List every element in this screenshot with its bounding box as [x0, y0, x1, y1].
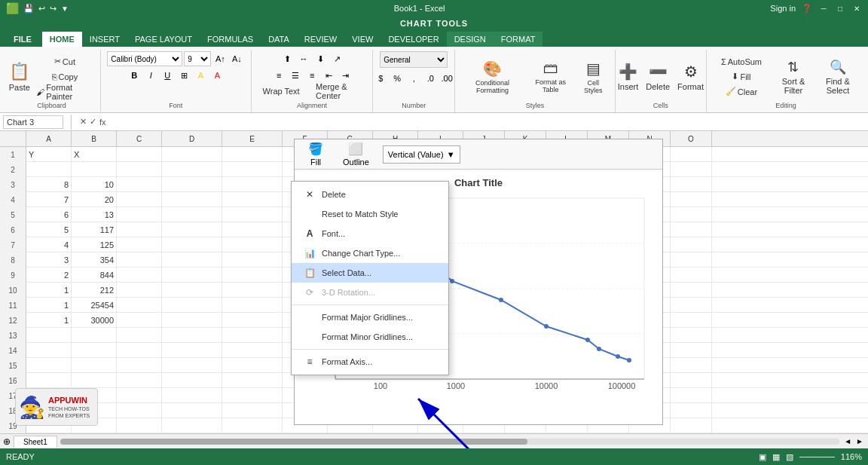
cell[interactable] — [72, 358, 117, 373]
context-format-axis[interactable]: ≡ Format Axis... — [292, 352, 448, 372]
cell[interactable] — [222, 403, 283, 418]
cell[interactable] — [671, 268, 712, 283]
zoom-slider[interactable]: ────── — [799, 452, 835, 461]
customize-icon[interactable]: ▼ — [61, 5, 69, 13]
context-font[interactable]: A Font... — [292, 224, 448, 243]
cell[interactable]: 1 — [26, 283, 72, 298]
cell[interactable] — [162, 252, 222, 268]
sheet-add-btn[interactable]: ⊕ — [0, 435, 14, 448]
cell[interactable] — [26, 328, 72, 343]
context-reset[interactable]: Reset to Match Style — [292, 204, 448, 224]
cell[interactable] — [671, 418, 712, 433]
row-header[interactable]: 16 — [0, 373, 26, 388]
conditional-formatting-btn[interactable]: 🎨 Conditional Formatting — [460, 54, 525, 99]
restore-btn[interactable]: □ — [835, 3, 845, 14]
cell[interactable] — [671, 343, 712, 358]
cell-styles-btn[interactable]: ▤ Cell Styles — [576, 54, 610, 99]
row-header[interactable]: 1 — [0, 147, 26, 162]
tab-review[interactable]: REVIEW — [297, 32, 344, 47]
tab-view[interactable]: VIEW — [344, 32, 381, 47]
row-header[interactable]: 3 — [0, 177, 26, 192]
format-painter-button[interactable]: 🖌 Format Painter — [33, 85, 96, 99]
cell[interactable]: 8 — [26, 177, 72, 192]
cell[interactable]: 3 — [26, 252, 72, 268]
cell[interactable] — [671, 328, 712, 343]
align-center-btn[interactable]: ☰ — [288, 68, 303, 83]
underline-btn[interactable]: U — [160, 68, 175, 83]
increase-font-btn[interactable]: A↑ — [212, 51, 228, 66]
cell[interactable]: 25454 — [72, 298, 117, 313]
cell[interactable] — [117, 403, 162, 418]
align-right-btn[interactable]: ≡ — [304, 68, 319, 83]
cell[interactable] — [117, 388, 162, 403]
cell[interactable]: 1 — [26, 298, 72, 313]
row-header[interactable]: 14 — [0, 343, 26, 358]
help-icon[interactable]: ❓ — [802, 4, 812, 14]
insert-cells-btn[interactable]: ➕ Insert — [615, 54, 642, 99]
col-header-e[interactable]: E — [222, 131, 283, 146]
cell[interactable] — [117, 192, 162, 207]
cell[interactable] — [671, 177, 712, 192]
cell[interactable]: 4 — [26, 237, 72, 252]
cell[interactable] — [162, 328, 222, 343]
row-header[interactable]: 15 — [0, 358, 26, 373]
cell[interactable] — [117, 343, 162, 358]
orientation-btn[interactable]: ↗ — [329, 51, 344, 66]
row-header[interactable]: 10 — [0, 283, 26, 298]
cell[interactable] — [162, 207, 222, 222]
cell[interactable] — [72, 328, 117, 343]
cell[interactable] — [162, 222, 222, 237]
cell[interactable] — [117, 418, 162, 433]
cell[interactable]: 30000 — [72, 313, 117, 328]
cell[interactable] — [162, 283, 222, 298]
italic-btn[interactable]: I — [143, 68, 158, 83]
format-cells-btn[interactable]: ⚙ Format — [674, 54, 707, 99]
cell[interactable]: 354 — [72, 252, 117, 268]
find-select-btn[interactable]: 🔍 Find & Select — [815, 54, 860, 99]
cell[interactable]: 13 — [72, 207, 117, 222]
cell[interactable]: 5 — [26, 222, 72, 237]
cell[interactable] — [671, 147, 712, 162]
scroll-right-btn[interactable]: ► — [854, 436, 865, 447]
row-header[interactable]: 7 — [0, 237, 26, 252]
enter-formula-icon[interactable]: ✓ — [90, 117, 96, 127]
scroll-left-btn[interactable]: ◄ — [842, 436, 853, 447]
context-select-data[interactable]: 📋 Select Data... — [292, 263, 448, 283]
cell[interactable] — [162, 418, 222, 433]
cell[interactable] — [162, 237, 222, 252]
cell[interactable] — [72, 162, 117, 177]
cell[interactable]: 125 — [72, 237, 117, 252]
cell[interactable]: 7 — [26, 192, 72, 207]
decrease-indent-btn[interactable]: ⇤ — [321, 68, 336, 83]
cell[interactable] — [162, 358, 222, 373]
col-header-a[interactable]: A — [26, 131, 72, 146]
format-as-table-btn[interactable]: 🗃 Format as Table — [527, 54, 575, 99]
cell[interactable] — [671, 403, 712, 418]
outline-btn-chart[interactable]: ⬜ Outline — [337, 139, 375, 170]
align-top-btn[interactable]: ⬆ — [280, 51, 295, 66]
page-layout-btn[interactable]: ▦ — [772, 452, 780, 462]
delete-cells-btn[interactable]: ➖ Delete — [643, 54, 673, 99]
row-header[interactable]: 8 — [0, 252, 26, 268]
row-header[interactable]: 9 — [0, 268, 26, 283]
fill-color-btn[interactable]: A — [193, 68, 208, 83]
save-icon[interactable]: 💾 — [23, 4, 34, 14]
cell[interactable] — [671, 388, 712, 403]
cell[interactable]: 20 — [72, 192, 117, 207]
cell[interactable] — [117, 298, 162, 313]
sheet-tab-sheet1[interactable]: Sheet1 — [14, 436, 57, 448]
col-header-d[interactable]: D — [162, 131, 222, 146]
cell[interactable] — [222, 237, 283, 252]
increase-decimal-btn[interactable]: .00 — [439, 71, 454, 86]
cell[interactable] — [162, 373, 222, 388]
cell[interactable] — [222, 177, 283, 192]
cell[interactable] — [162, 268, 222, 283]
align-left-btn[interactable]: ≡ — [271, 68, 286, 83]
cell[interactable] — [117, 147, 162, 162]
row-header[interactable]: 2 — [0, 162, 26, 177]
merge-center-btn[interactable]: Merge & Center — [313, 84, 373, 98]
cell[interactable] — [222, 207, 283, 222]
currency-btn[interactable]: $ — [373, 71, 388, 86]
cell[interactable] — [26, 373, 72, 388]
cancel-formula-icon[interactable]: ✕ — [80, 117, 87, 127]
